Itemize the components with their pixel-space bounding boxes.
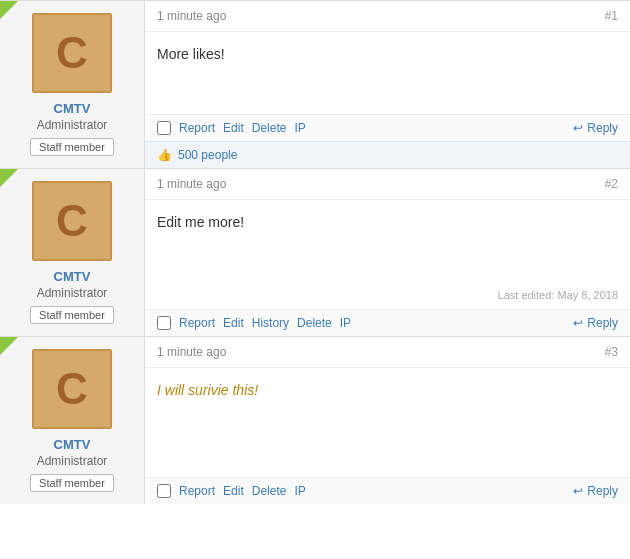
reply-button[interactable]: ↩ Reply bbox=[573, 484, 618, 498]
post-content: 1 minute ago#3I will surivie this!Report… bbox=[145, 337, 630, 504]
corner-badge bbox=[0, 169, 18, 187]
post-1: CCMTVAdministratorStaff member1 minute a… bbox=[0, 0, 630, 169]
post-content: 1 minute ago#2Edit me more!Last edited: … bbox=[145, 169, 630, 336]
last-edited: Last edited: May 8, 2018 bbox=[145, 289, 630, 309]
username[interactable]: CMTV bbox=[54, 269, 91, 284]
user-role: Administrator bbox=[37, 286, 108, 300]
post-header: 1 minute ago#1 bbox=[145, 1, 630, 32]
reply-arrow-icon: ↩ bbox=[573, 484, 583, 498]
reply-arrow-icon: ↩ bbox=[573, 121, 583, 135]
post-footer: ReportEditDeleteIP↩ Reply bbox=[145, 477, 630, 504]
reply-button[interactable]: ↩ Reply bbox=[573, 121, 618, 135]
post-time: 1 minute ago bbox=[157, 9, 226, 23]
post-body: More likes! bbox=[145, 32, 630, 114]
post-sidebar: CCMTVAdministratorStaff member bbox=[0, 169, 145, 336]
action-ip[interactable]: IP bbox=[340, 316, 351, 330]
corner-badge bbox=[0, 337, 18, 355]
post-content: 1 minute ago#1More likes!ReportEditDelet… bbox=[145, 1, 630, 168]
avatar: C bbox=[32, 349, 112, 429]
post-number: #1 bbox=[605, 9, 618, 23]
post-sidebar: CCMTVAdministratorStaff member bbox=[0, 1, 145, 168]
post-actions: ReportEditDeleteIP bbox=[179, 484, 573, 498]
reply-label: Reply bbox=[587, 121, 618, 135]
action-delete[interactable]: Delete bbox=[252, 484, 287, 498]
post-body: Edit me more! bbox=[145, 200, 630, 289]
likes-count: 500 people bbox=[178, 148, 237, 162]
action-delete[interactable]: Delete bbox=[297, 316, 332, 330]
action-ip[interactable]: IP bbox=[294, 121, 305, 135]
action-edit[interactable]: Edit bbox=[223, 484, 244, 498]
avatar: C bbox=[32, 13, 112, 93]
post-actions: ReportEditHistoryDeleteIP bbox=[179, 316, 573, 330]
action-history[interactable]: History bbox=[252, 316, 289, 330]
action-report[interactable]: Report bbox=[179, 121, 215, 135]
post-time: 1 minute ago bbox=[157, 177, 226, 191]
reply-arrow-icon: ↩ bbox=[573, 316, 583, 330]
staff-badge: Staff member bbox=[30, 474, 114, 492]
post-number: #2 bbox=[605, 177, 618, 191]
staff-badge: Staff member bbox=[30, 138, 114, 156]
post-footer: ReportEditHistoryDeleteIP↩ Reply bbox=[145, 309, 630, 336]
post-2: CCMTVAdministratorStaff member1 minute a… bbox=[0, 168, 630, 337]
reply-label: Reply bbox=[587, 316, 618, 330]
post-sidebar: CCMTVAdministratorStaff member bbox=[0, 337, 145, 504]
reply-label: Reply bbox=[587, 484, 618, 498]
post-actions: ReportEditDeleteIP bbox=[179, 121, 573, 135]
action-report[interactable]: Report bbox=[179, 484, 215, 498]
post-body: I will surivie this! bbox=[145, 368, 630, 477]
action-ip[interactable]: IP bbox=[294, 484, 305, 498]
post-3: CCMTVAdministratorStaff member1 minute a… bbox=[0, 336, 630, 504]
username[interactable]: CMTV bbox=[54, 101, 91, 116]
post-header: 1 minute ago#2 bbox=[145, 169, 630, 200]
user-role: Administrator bbox=[37, 454, 108, 468]
action-delete[interactable]: Delete bbox=[252, 121, 287, 135]
action-edit[interactable]: Edit bbox=[223, 121, 244, 135]
likes-bar: 👍500 people bbox=[145, 141, 630, 168]
reply-button[interactable]: ↩ Reply bbox=[573, 316, 618, 330]
post-select-checkbox[interactable] bbox=[157, 484, 171, 498]
post-number: #3 bbox=[605, 345, 618, 359]
post-footer: ReportEditDeleteIP↩ Reply bbox=[145, 114, 630, 141]
corner-badge bbox=[0, 1, 18, 19]
avatar: C bbox=[32, 181, 112, 261]
action-edit[interactable]: Edit bbox=[223, 316, 244, 330]
post-select-checkbox[interactable] bbox=[157, 316, 171, 330]
thumbs-up-icon: 👍 bbox=[157, 148, 172, 162]
staff-badge: Staff member bbox=[30, 306, 114, 324]
user-role: Administrator bbox=[37, 118, 108, 132]
action-report[interactable]: Report bbox=[179, 316, 215, 330]
post-select-checkbox[interactable] bbox=[157, 121, 171, 135]
username[interactable]: CMTV bbox=[54, 437, 91, 452]
post-time: 1 minute ago bbox=[157, 345, 226, 359]
post-header: 1 minute ago#3 bbox=[145, 337, 630, 368]
